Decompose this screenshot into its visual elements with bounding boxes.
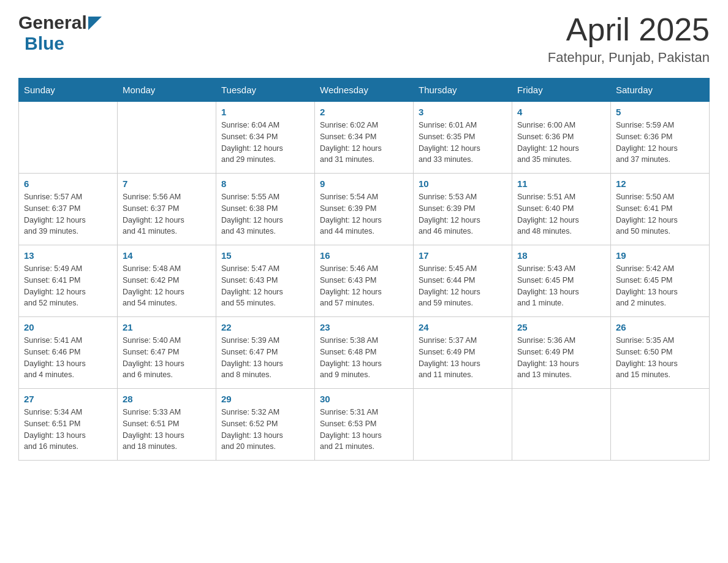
day-number: 29 [221, 394, 309, 404]
calendar-cell: 30Sunrise: 5:31 AM Sunset: 6:53 PM Dayli… [315, 389, 414, 461]
header-row: SundayMondayTuesdayWednesdayThursdayFrid… [19, 79, 710, 102]
logo-line: General [18, 12, 102, 33]
calendar-cell: 20Sunrise: 5:41 AM Sunset: 6:46 PM Dayli… [19, 317, 118, 389]
week-row-4: 20Sunrise: 5:41 AM Sunset: 6:46 PM Dayli… [19, 317, 710, 389]
day-info: Sunrise: 5:46 AM Sunset: 6:43 PM Dayligh… [320, 263, 408, 309]
calendar-cell: 27Sunrise: 5:34 AM Sunset: 6:51 PM Dayli… [19, 389, 118, 461]
day-number: 17 [419, 250, 507, 261]
day-number: 30 [320, 394, 408, 404]
header-saturday: Saturday [611, 79, 710, 102]
day-info: Sunrise: 5:43 AM Sunset: 6:45 PM Dayligh… [517, 263, 605, 309]
day-info: Sunrise: 5:35 AM Sunset: 6:50 PM Dayligh… [616, 335, 704, 381]
calendar-cell: 17Sunrise: 5:45 AM Sunset: 6:44 PM Dayli… [414, 245, 512, 317]
week-row-5: 27Sunrise: 5:34 AM Sunset: 6:51 PM Dayli… [19, 389, 710, 461]
day-number: 6 [24, 178, 112, 189]
calendar-cell: 14Sunrise: 5:48 AM Sunset: 6:42 PM Dayli… [118, 245, 216, 317]
day-info: Sunrise: 5:54 AM Sunset: 6:39 PM Dayligh… [320, 191, 408, 237]
day-info: Sunrise: 5:33 AM Sunset: 6:51 PM Dayligh… [123, 407, 211, 453]
calendar-cell: 19Sunrise: 5:42 AM Sunset: 6:45 PM Dayli… [611, 245, 710, 317]
day-number: 16 [320, 250, 408, 261]
calendar-cell [512, 389, 611, 461]
calendar-header: SundayMondayTuesdayWednesdayThursdayFrid… [19, 79, 710, 102]
day-number: 19 [616, 250, 704, 261]
calendar-cell: 24Sunrise: 5:37 AM Sunset: 6:49 PM Dayli… [414, 317, 512, 389]
calendar-cell [414, 389, 512, 461]
day-number: 12 [616, 178, 704, 189]
calendar-subtitle: Fatehpur, Punjab, Pakistan [548, 50, 710, 66]
calendar-cell: 15Sunrise: 5:47 AM Sunset: 6:43 PM Dayli… [216, 245, 315, 317]
calendar-cell: 5Sunrise: 5:59 AM Sunset: 6:36 PM Daylig… [611, 102, 710, 174]
calendar-cell [118, 102, 216, 174]
day-info: Sunrise: 5:31 AM Sunset: 6:53 PM Dayligh… [320, 407, 408, 453]
day-number: 28 [123, 394, 211, 404]
day-number: 20 [24, 322, 112, 332]
day-number: 2 [320, 107, 408, 117]
page-header: General Blue April 2025 Fatehpur, Punjab… [18, 12, 710, 66]
day-info: Sunrise: 5:34 AM Sunset: 6:51 PM Dayligh… [24, 407, 112, 453]
day-info: Sunrise: 5:40 AM Sunset: 6:47 PM Dayligh… [123, 335, 211, 381]
day-number: 5 [616, 107, 704, 117]
day-number: 4 [517, 107, 605, 117]
day-number: 9 [320, 178, 408, 189]
week-row-2: 6Sunrise: 5:57 AM Sunset: 6:37 PM Daylig… [19, 174, 710, 245]
day-info: Sunrise: 6:04 AM Sunset: 6:34 PM Dayligh… [221, 120, 309, 166]
day-info: Sunrise: 5:47 AM Sunset: 6:43 PM Dayligh… [221, 263, 309, 309]
day-number: 14 [123, 250, 211, 261]
day-info: Sunrise: 5:41 AM Sunset: 6:46 PM Dayligh… [24, 335, 112, 381]
day-info: Sunrise: 5:56 AM Sunset: 6:37 PM Dayligh… [123, 191, 211, 237]
calendar-cell: 10Sunrise: 5:53 AM Sunset: 6:39 PM Dayli… [414, 174, 512, 245]
calendar-cell: 11Sunrise: 5:51 AM Sunset: 6:40 PM Dayli… [512, 174, 611, 245]
logo-triangle-icon [88, 17, 102, 30]
day-info: Sunrise: 5:37 AM Sunset: 6:49 PM Dayligh… [419, 335, 507, 381]
day-info: Sunrise: 6:02 AM Sunset: 6:34 PM Dayligh… [320, 120, 408, 166]
logo-general-text: General [18, 12, 87, 33]
calendar-cell: 2Sunrise: 6:02 AM Sunset: 6:34 PM Daylig… [315, 102, 414, 174]
svg-marker-0 [88, 17, 102, 30]
day-number: 15 [221, 250, 309, 261]
calendar-table: SundayMondayTuesdayWednesdayThursdayFrid… [18, 78, 710, 461]
day-number: 25 [517, 322, 605, 332]
calendar-cell: 12Sunrise: 5:50 AM Sunset: 6:41 PM Dayli… [611, 174, 710, 245]
day-info: Sunrise: 5:57 AM Sunset: 6:37 PM Dayligh… [24, 191, 112, 237]
calendar-cell: 28Sunrise: 5:33 AM Sunset: 6:51 PM Dayli… [118, 389, 216, 461]
day-number: 24 [419, 322, 507, 332]
day-number: 22 [221, 322, 309, 332]
day-number: 21 [123, 322, 211, 332]
day-number: 13 [24, 250, 112, 261]
calendar-cell: 13Sunrise: 5:49 AM Sunset: 6:41 PM Dayli… [19, 245, 118, 317]
calendar-cell: 6Sunrise: 5:57 AM Sunset: 6:37 PM Daylig… [19, 174, 118, 245]
calendar-cell: 23Sunrise: 5:38 AM Sunset: 6:48 PM Dayli… [315, 317, 414, 389]
day-number: 7 [123, 178, 211, 189]
day-info: Sunrise: 5:39 AM Sunset: 6:47 PM Dayligh… [221, 335, 309, 381]
calendar-cell: 16Sunrise: 5:46 AM Sunset: 6:43 PM Dayli… [315, 245, 414, 317]
header-tuesday: Tuesday [216, 79, 315, 102]
day-info: Sunrise: 5:49 AM Sunset: 6:41 PM Dayligh… [24, 263, 112, 309]
day-info: Sunrise: 5:55 AM Sunset: 6:38 PM Dayligh… [221, 191, 309, 237]
calendar-cell: 22Sunrise: 5:39 AM Sunset: 6:47 PM Dayli… [216, 317, 315, 389]
day-number: 26 [616, 322, 704, 332]
day-info: Sunrise: 5:50 AM Sunset: 6:41 PM Dayligh… [616, 191, 704, 237]
calendar-title: April 2025 [548, 12, 710, 47]
day-number: 23 [320, 322, 408, 332]
day-info: Sunrise: 5:53 AM Sunset: 6:39 PM Dayligh… [419, 191, 507, 237]
day-info: Sunrise: 5:59 AM Sunset: 6:36 PM Dayligh… [616, 120, 704, 166]
calendar-cell: 9Sunrise: 5:54 AM Sunset: 6:39 PM Daylig… [315, 174, 414, 245]
calendar-cell [19, 102, 118, 174]
calendar-cell: 7Sunrise: 5:56 AM Sunset: 6:37 PM Daylig… [118, 174, 216, 245]
day-number: 3 [419, 107, 507, 117]
day-info: Sunrise: 5:32 AM Sunset: 6:52 PM Dayligh… [221, 407, 309, 453]
week-row-3: 13Sunrise: 5:49 AM Sunset: 6:41 PM Dayli… [19, 245, 710, 317]
day-number: 8 [221, 178, 309, 189]
day-info: Sunrise: 5:36 AM Sunset: 6:49 PM Dayligh… [517, 335, 605, 381]
calendar-cell: 26Sunrise: 5:35 AM Sunset: 6:50 PM Dayli… [611, 317, 710, 389]
header-monday: Monday [118, 79, 216, 102]
header-wednesday: Wednesday [315, 79, 414, 102]
calendar-body: 1Sunrise: 6:04 AM Sunset: 6:34 PM Daylig… [19, 102, 710, 461]
day-info: Sunrise: 6:01 AM Sunset: 6:35 PM Dayligh… [419, 120, 507, 166]
logo-blue-text: Blue [25, 33, 64, 53]
day-number: 10 [419, 178, 507, 189]
calendar-cell: 1Sunrise: 6:04 AM Sunset: 6:34 PM Daylig… [216, 102, 315, 174]
calendar-cell: 4Sunrise: 6:00 AM Sunset: 6:36 PM Daylig… [512, 102, 611, 174]
day-info: Sunrise: 6:00 AM Sunset: 6:36 PM Dayligh… [517, 120, 605, 166]
calendar-cell: 3Sunrise: 6:01 AM Sunset: 6:35 PM Daylig… [414, 102, 512, 174]
